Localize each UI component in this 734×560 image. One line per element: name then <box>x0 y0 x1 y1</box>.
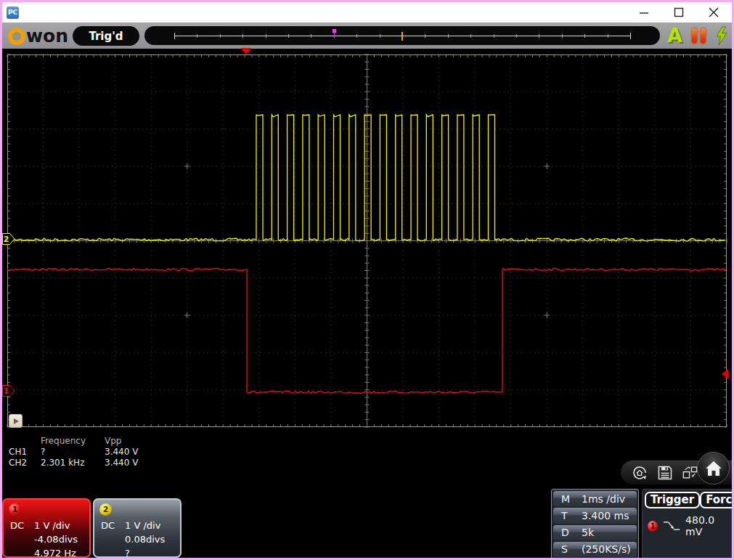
channel2-panel[interactable]: 2 DC 1 V /div 0.08divs ? <box>93 498 182 558</box>
pause-icon[interactable] <box>692 28 706 44</box>
ch1-coupling: DC <box>10 519 34 532</box>
home-icon <box>704 460 723 477</box>
timebase-d-value: 5k <box>582 527 594 538</box>
measure-header-frequency: Frequency <box>41 436 105 447</box>
minimize-button[interactable] <box>636 5 652 20</box>
timebase-row-t[interactable]: T 3.400 ms <box>553 508 637 523</box>
trigger-level-value: 480.0 mV <box>685 514 731 537</box>
measure-ch2-frequency: 2.301 kHz <box>41 458 105 468</box>
force-button[interactable]: Force <box>700 492 734 508</box>
channel1-zero-marker[interactable]: 1 <box>2 385 15 397</box>
app-icon: PC <box>7 7 19 19</box>
waveform-display[interactable]: 2 1 <box>7 54 727 427</box>
measure-ch1-vpp: 3.440 V <box>105 447 177 458</box>
horizontal-position-bar[interactable] <box>144 26 660 45</box>
titlebar: PC <box>2 2 732 23</box>
timebase-m-value: 1ms /div <box>582 493 625 505</box>
ch1-frequency: 4.972 Hz <box>34 546 78 560</box>
svg-text:1: 1 <box>4 386 9 396</box>
lightning-icon[interactable] <box>715 26 727 46</box>
owon-logo: won <box>8 27 68 46</box>
app-window: PC won Trig'd A <box>0 0 734 560</box>
ch2-scale: 1 V /div <box>125 519 165 532</box>
trigger-position-pin[interactable] <box>333 29 336 33</box>
reset-view-button[interactable] <box>631 464 648 482</box>
ch1-scale: 1 V /div <box>34 519 78 532</box>
trigger-status-badge: Trig'd <box>73 26 139 46</box>
timebase-s-value: (250KS/s) <box>582 543 631 555</box>
timebase-row-s[interactable]: S (250KS/s) <box>553 542 637 557</box>
owon-logo-o-icon <box>8 28 25 45</box>
ch1-offset: -4.08divs <box>34 532 78 546</box>
ch2-coupling: DC <box>101 519 125 532</box>
svg-text:2: 2 <box>4 235 9 244</box>
scope-plot <box>7 54 727 427</box>
channel2-badge: 2 <box>99 503 112 516</box>
trigger-position-marker[interactable] <box>241 48 251 54</box>
timebase-row-m[interactable]: M 1ms /div <box>553 491 637 506</box>
channel1-panel[interactable]: 1 DC 1 V /div -4.08divs 4.972 Hz <box>2 498 91 558</box>
ch2-frequency: ? <box>125 546 165 560</box>
measure-ch1-label: CH1 <box>9 447 41 458</box>
save-button[interactable] <box>656 464 674 482</box>
trigger-level-arrow[interactable] <box>722 369 728 379</box>
timebase-t-value: 3.400 ms <box>582 510 629 522</box>
toolbar: won Trig'd A <box>2 23 732 49</box>
close-button[interactable] <box>706 5 722 20</box>
maximize-button[interactable] <box>671 5 687 20</box>
measure-ch2-label: CH2 <box>9 458 41 468</box>
ch2-offset: 0.08divs <box>125 532 165 546</box>
channel2-zero-marker[interactable]: 2 <box>2 233 15 245</box>
timebase-panel: M 1ms /div T 3.400 ms D 5k S (250KS/s) <box>551 489 639 559</box>
trigger-source-badge: 1 <box>648 521 658 532</box>
channel1-badge: 1 <box>9 503 21 516</box>
play-button[interactable] <box>9 414 23 428</box>
falling-edge-icon <box>663 519 680 532</box>
measure-header-vpp: Vpp <box>105 436 177 447</box>
measure-ch1-frequency: ? <box>41 447 105 458</box>
trigger-button[interactable]: Trigger <box>645 492 700 508</box>
measure-ch2-vpp: 3.440 V <box>105 458 177 468</box>
measurements-readout: Frequency Vpp CH1 ? 3.440 V CH2 2.301 kH… <box>9 436 177 468</box>
trigger-panel: Trigger Force 1 480.0 mV <box>642 489 732 559</box>
view-position-tick[interactable] <box>401 32 403 41</box>
timebase-row-d[interactable]: D 5k <box>553 525 637 540</box>
home-button[interactable] <box>697 452 730 484</box>
autoset-icon[interactable]: A <box>667 25 682 46</box>
